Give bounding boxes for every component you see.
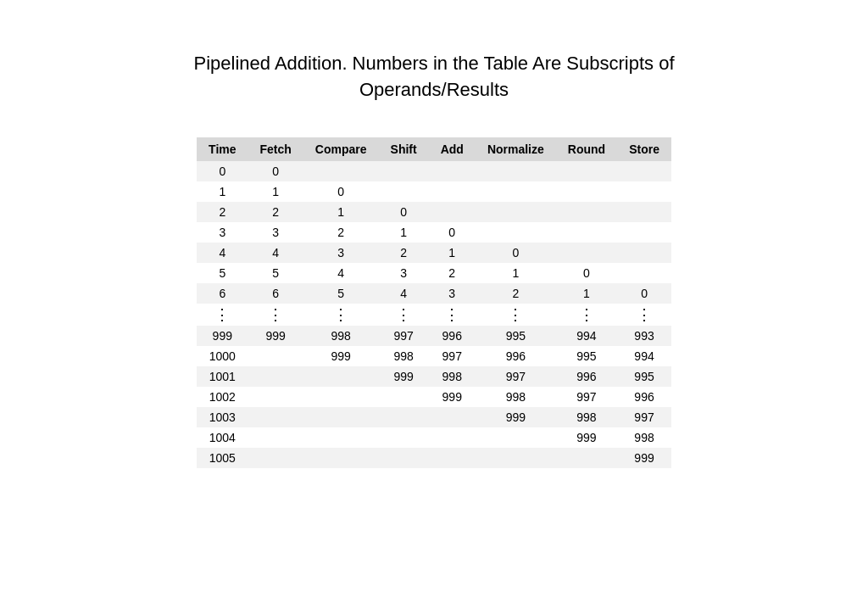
cell-round — [556, 448, 617, 468]
cell-store: 993 — [617, 326, 671, 346]
column-header-normalize: Normalize — [476, 137, 556, 161]
cell-add: 0 — [429, 222, 476, 243]
cell-fetch — [248, 346, 303, 366]
cell-fetch: 4 — [248, 243, 303, 263]
cell-round: 1 — [556, 283, 617, 304]
cell-store — [617, 263, 671, 283]
cell-normalize — [476, 202, 556, 222]
cell-shift: 999 — [379, 366, 429, 387]
cell-compare — [303, 161, 379, 181]
cell-store — [617, 202, 671, 222]
cell-round: 995 — [556, 346, 617, 366]
table-row: 66543210 — [197, 283, 671, 304]
cell-compare: 0 — [303, 181, 379, 202]
cell-store: 997 — [617, 407, 671, 427]
table-row: ⋮⋮⋮⋮⋮⋮⋮⋮ — [197, 304, 671, 326]
cell-fetch — [248, 366, 303, 387]
cell-round — [556, 181, 617, 202]
cell-store: 996 — [617, 387, 671, 407]
cell-fetch: 3 — [248, 222, 303, 243]
cell-round: 0 — [556, 263, 617, 283]
cell-shift — [379, 407, 429, 427]
cell-store: 998 — [617, 427, 671, 448]
cell-compare: 999 — [303, 346, 379, 366]
cell-shift: ⋮ — [379, 304, 429, 326]
cell-round — [556, 161, 617, 181]
cell-normalize: 1 — [476, 263, 556, 283]
table-row: 1000999998997996995994 — [197, 346, 671, 366]
cell-store — [617, 222, 671, 243]
cell-time: 1002 — [197, 387, 248, 407]
cell-time: 1000 — [197, 346, 248, 366]
cell-fetch: 0 — [248, 161, 303, 181]
cell-compare: 5 — [303, 283, 379, 304]
cell-time: 1003 — [197, 407, 248, 427]
cell-normalize — [476, 161, 556, 181]
page-title: Pipelined Addition. Numbers in the Table… — [193, 51, 674, 103]
cell-add: 2 — [429, 263, 476, 283]
cell-add — [429, 202, 476, 222]
cell-add: 997 — [429, 346, 476, 366]
cell-compare: 998 — [303, 326, 379, 346]
cell-compare — [303, 407, 379, 427]
cell-add — [429, 181, 476, 202]
cell-round: 999 — [556, 427, 617, 448]
cell-compare — [303, 366, 379, 387]
cell-normalize: 2 — [476, 283, 556, 304]
cell-compare: 1 — [303, 202, 379, 222]
table-row: 1002999998997996 — [197, 387, 671, 407]
cell-compare — [303, 427, 379, 448]
cell-store: ⋮ — [617, 304, 671, 326]
cell-normalize: 997 — [476, 366, 556, 387]
cell-fetch: 5 — [248, 263, 303, 283]
cell-round — [556, 202, 617, 222]
cell-time: 2 — [197, 202, 248, 222]
cell-fetch: ⋮ — [248, 304, 303, 326]
cell-fetch — [248, 407, 303, 427]
cell-add: 998 — [429, 366, 476, 387]
cell-shift: 0 — [379, 202, 429, 222]
cell-normalize — [476, 222, 556, 243]
cell-normalize: 0 — [476, 243, 556, 263]
cell-compare — [303, 448, 379, 468]
cell-shift: 3 — [379, 263, 429, 283]
cell-compare: 4 — [303, 263, 379, 283]
table-row: 00 — [197, 161, 671, 181]
column-header-fetch: Fetch — [248, 137, 303, 161]
cell-time: 6 — [197, 283, 248, 304]
cell-store — [617, 243, 671, 263]
cell-add — [429, 161, 476, 181]
pipeline-table: TimeFetchCompareShiftAddNormalizeRoundSt… — [197, 137, 671, 468]
cell-time: 4 — [197, 243, 248, 263]
cell-compare: ⋮ — [303, 304, 379, 326]
cell-time: 1005 — [197, 448, 248, 468]
column-header-shift: Shift — [379, 137, 429, 161]
cell-time: 1 — [197, 181, 248, 202]
cell-shift: 1 — [379, 222, 429, 243]
cell-store: 999 — [617, 448, 671, 468]
cell-normalize — [476, 427, 556, 448]
cell-normalize — [476, 181, 556, 202]
table-row: 1005999 — [197, 448, 671, 468]
table-row: 110 — [197, 181, 671, 202]
cell-normalize — [476, 448, 556, 468]
table-header-row: TimeFetchCompareShiftAddNormalizeRoundSt… — [197, 137, 671, 161]
table-row: 999999998997996995994993 — [197, 326, 671, 346]
cell-shift: 4 — [379, 283, 429, 304]
cell-shift — [379, 161, 429, 181]
column-header-store: Store — [617, 137, 671, 161]
column-header-add: Add — [429, 137, 476, 161]
cell-normalize: 995 — [476, 326, 556, 346]
cell-normalize: 999 — [476, 407, 556, 427]
cell-time: 5 — [197, 263, 248, 283]
column-header-time: Time — [197, 137, 248, 161]
cell-shift: 997 — [379, 326, 429, 346]
cell-compare: 2 — [303, 222, 379, 243]
table-row: 5543210 — [197, 263, 671, 283]
cell-round: 998 — [556, 407, 617, 427]
cell-add — [429, 427, 476, 448]
cell-round: 994 — [556, 326, 617, 346]
cell-round: 996 — [556, 366, 617, 387]
table-row: 2210 — [197, 202, 671, 222]
cell-normalize: ⋮ — [476, 304, 556, 326]
